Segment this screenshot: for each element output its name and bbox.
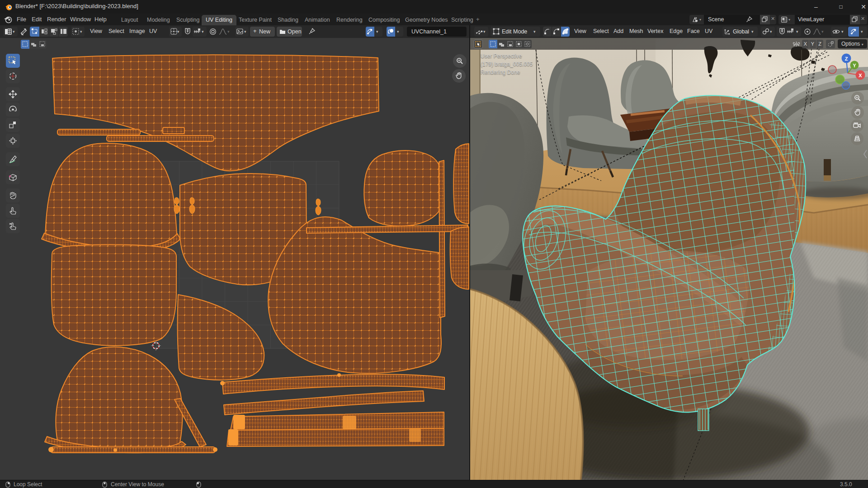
svg-text:X: X [859,73,862,78]
svg-text:Y: Y [853,63,856,68]
svg-text:Z: Z [845,56,848,61]
